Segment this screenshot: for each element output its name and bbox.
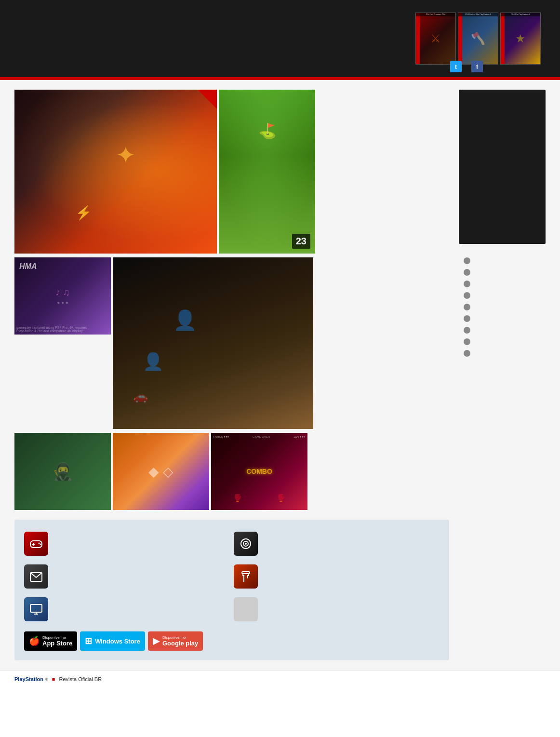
cover-2[interactable]: PS4 God of War PlayStation 4 🪓: [458, 13, 498, 65]
app-icon-item-2: [24, 562, 230, 591]
appstore-badge[interactable]: 🍎 Disponível na App Store: [24, 631, 77, 651]
app-icon-item-5: [234, 562, 440, 591]
windows-store-badge-text: Windows Store: [95, 638, 140, 645]
google-play-badge-text: Disponível no Google play: [162, 635, 198, 647]
app-icon-item-1: [24, 529, 230, 558]
windows-store-badge[interactable]: ⊞ Windows Store: [80, 631, 145, 651]
nav-dot-1[interactable]: [464, 257, 470, 264]
app-icon-item-6: [234, 595, 440, 624]
app-icon-item-3: [24, 595, 230, 624]
app-section: 🍎 Disponível na App Store ⊞ Windows Stor…: [14, 520, 449, 660]
google-play-icon: ▶: [153, 636, 160, 646]
screenshot-label-3: gameplay captured using PS4 Pro, 4K requ…: [16, 326, 103, 333]
footer-trademark: ®: [45, 677, 48, 682]
touch-icon: [238, 569, 253, 584]
header: PS4 Pro Premium PS4 ⚔ PS4 God of War Pla…: [0, 0, 560, 77]
score-badge: 23: [292, 234, 310, 249]
nav-dot-3[interactable]: [464, 281, 470, 287]
svg-point-7: [245, 543, 247, 545]
side-dark-box: [459, 90, 546, 244]
game-screenshot-5[interactable]: 🥷: [14, 433, 111, 510]
monitor-icon: [28, 602, 44, 617]
svg-point-3: [39, 543, 40, 544]
app-icon-grid: [24, 529, 440, 624]
game-row-3: 🥷 ◆ ◇ FARES ●●●GAME OVERIZzy ●●● COMB: [14, 433, 449, 510]
cover-1[interactable]: PS4 Pro Premium PS4 ⚔: [415, 13, 456, 65]
game-screenshot-7[interactable]: FARES ●●●GAME OVERIZzy ●●● COMBO 🥊 🥊: [211, 433, 307, 510]
red-corner-2: [296, 90, 315, 109]
nav-dot-9[interactable]: [464, 350, 470, 357]
app-icon-2[interactable]: [24, 564, 48, 589]
main-content: ✦ ⚡ ⛳ 23 HMA ♪ ♫ ● ● ● gamep: [0, 80, 560, 670]
nav-dots: [459, 248, 546, 366]
google-play-badge[interactable]: ▶ Disponível no Google play: [148, 631, 203, 651]
eye-icon: [238, 536, 253, 551]
game-screenshot-6[interactable]: ◆ ◇: [113, 433, 209, 510]
footer-brand: PlayStation: [14, 676, 43, 682]
side-panel: [459, 90, 546, 660]
apple-icon: 🍎: [29, 636, 40, 646]
red-corner-1: [198, 90, 217, 109]
app-icon-3[interactable]: [24, 597, 48, 621]
footer-tagline: Revista Oficial BR: [59, 676, 102, 682]
game-screenshot-2[interactable]: ⛳ 23: [219, 90, 315, 254]
footer: PlayStation ® ■ Revista Oficial BR: [0, 670, 560, 688]
facebook-icon[interactable]: f: [471, 61, 483, 72]
nav-dot-7[interactable]: [464, 327, 470, 334]
social-icons: t f: [450, 61, 483, 72]
nav-dot-2[interactable]: [464, 269, 470, 276]
windows-icon: ⊞: [85, 636, 92, 646]
nav-dot-8[interactable]: [464, 338, 470, 345]
footer-separator: ■: [52, 676, 55, 682]
app-icon-5[interactable]: [234, 564, 258, 589]
game-row-2: HMA ♪ ♫ ● ● ● gameplay captured using PS…: [14, 257, 449, 429]
cover-3[interactable]: PS4 Pro PlayStation 4 ★: [500, 13, 541, 65]
app-icon-1[interactable]: [24, 532, 48, 556]
app-icon-4[interactable]: [234, 532, 258, 556]
nav-dot-5[interactable]: [464, 304, 470, 310]
nav-dot-4[interactable]: [464, 292, 470, 299]
gamepad-icon: [28, 536, 44, 551]
twitter-icon[interactable]: t: [450, 61, 462, 72]
app-icon-item-4: [234, 529, 440, 558]
svg-point-4: [40, 544, 41, 545]
appstore-badge-text: Disponível na App Store: [42, 635, 72, 647]
game-screenshot-4[interactable]: 👤 👤 🚗: [113, 257, 313, 429]
game-grid-top: ✦ ⚡ ⛳ 23: [14, 90, 449, 254]
nav-dot-6[interactable]: [464, 315, 470, 322]
game-screenshot-3[interactable]: HMA ♪ ♫ ● ● ● gameplay captured using PS…: [14, 257, 111, 335]
app-icon-6: [234, 597, 258, 621]
store-badges: 🍎 Disponível na App Store ⊞ Windows Stor…: [24, 631, 440, 651]
envelope-icon: [28, 569, 44, 584]
left-content: ✦ ⚡ ⛳ 23 HMA ♪ ♫ ● ● ● gamep: [14, 90, 449, 660]
svg-rect-9: [242, 572, 250, 574]
game-screenshot-1[interactable]: ✦ ⚡: [14, 90, 217, 254]
svg-rect-10: [30, 604, 42, 612]
magazine-covers: PS4 Pro Premium PS4 ⚔ PS4 God of War Pla…: [415, 13, 541, 65]
